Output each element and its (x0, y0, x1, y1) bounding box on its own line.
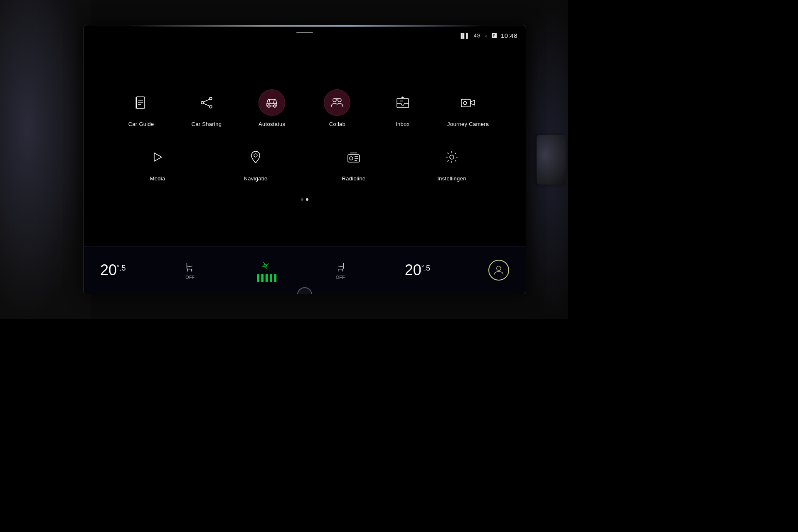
autostatus-label: Autostatus (259, 121, 285, 127)
svg-point-29 (497, 266, 501, 271)
svg-point-15 (336, 99, 338, 100)
signal-icon: ▐▌▌ (459, 33, 470, 39)
app-journey-camera[interactable]: Journey Camera (447, 89, 489, 127)
right-knob[interactable] (537, 135, 566, 185)
car-sharing-icon-circle (193, 89, 220, 116)
car-icon (264, 95, 279, 110)
profile-button[interactable] (488, 260, 509, 281)
car-background: ▐▌▌ 4G ⬦ 🅿 10:48 (0, 0, 568, 319)
page-dots (108, 198, 501, 201)
svg-rect-17 (397, 99, 409, 108)
navigatie-label: Navigatie (244, 175, 268, 182)
navigatie-icon-circle (242, 144, 269, 170)
svg-point-28 (264, 264, 266, 267)
app-inbox[interactable]: Inbox (382, 89, 424, 127)
fan-icon (258, 259, 272, 273)
instellingen-label: Instellingen (437, 175, 466, 182)
camera-icon (461, 95, 475, 110)
4g-icon: 4G (474, 33, 480, 39)
autostatus-icon-circle (259, 89, 285, 116)
infotainment-screen: ▐▌▌ 4G ⬦ 🅿 10:48 (83, 25, 526, 294)
share-icon (199, 95, 214, 110)
seat-right-icon (334, 261, 347, 273)
car-guide-icon-circle (128, 89, 155, 116)
fan-lines: ▐▐▐▐▐ (254, 274, 276, 282)
app-autostatus[interactable]: Autostatus (251, 89, 293, 127)
page-line (296, 32, 313, 33)
radio-icon (346, 150, 361, 165)
app-car-sharing[interactable]: Car Sharing (186, 89, 227, 127)
car-sharing-label: Car Sharing (192, 121, 222, 127)
svg-point-19 (463, 101, 467, 105)
colab-label: Co:lab (329, 121, 345, 127)
page-dot-2 (306, 198, 308, 201)
seat-right-label: OFF (336, 275, 345, 280)
temp-right[interactable]: 20°.5 (405, 261, 430, 279)
media-label: Media (150, 175, 165, 182)
seat-left[interactable]: OFF (184, 261, 196, 280)
status-bar: ▐▌▌ 4G ⬦ 🅿 10:48 (459, 32, 517, 39)
instellingen-icon-circle (438, 144, 465, 170)
svg-point-13 (333, 99, 336, 102)
app-instellingen[interactable]: Instellingen (431, 144, 473, 182)
svg-point-7 (201, 101, 204, 104)
page-indicator-top (296, 32, 313, 33)
inbox-icon-circle (389, 89, 416, 116)
app-car-guide[interactable]: Car Guide (121, 89, 162, 127)
car-interior-left (0, 0, 91, 319)
svg-rect-18 (461, 99, 470, 107)
svg-line-9 (204, 103, 209, 106)
svg-marker-20 (154, 153, 162, 161)
radioline-icon-circle (340, 144, 367, 170)
book-icon (134, 95, 149, 110)
svg-point-14 (338, 99, 341, 102)
svg-rect-0 (136, 97, 145, 108)
colab-icon-circle (324, 89, 350, 116)
screen-reflection (84, 25, 526, 27)
radioline-label: Radioline (342, 175, 366, 182)
svg-point-5 (209, 97, 212, 100)
app-media[interactable]: Media (137, 144, 178, 182)
location-icon (248, 150, 263, 165)
svg-line-8 (204, 99, 209, 102)
svg-point-6 (209, 106, 212, 108)
page-dot-1 (301, 198, 303, 201)
svg-point-23 (350, 157, 353, 160)
fan-control[interactable]: ▐▐▐▐▐ (254, 259, 276, 282)
media-icon-circle (144, 144, 171, 170)
app-colab[interactable]: Co:lab (316, 89, 358, 127)
app-row-1: Car Guide Car Sharing (108, 89, 501, 127)
journey-camera-icon-circle (455, 89, 481, 116)
settings-icon (444, 150, 459, 165)
play-icon (150, 150, 165, 165)
temp-left[interactable]: 20°.5 (100, 261, 126, 279)
seat-left-label: OFF (185, 275, 195, 280)
seat-right[interactable]: OFF (334, 261, 347, 280)
journey-camera-label: Journey Camera (447, 121, 489, 127)
inbox-icon (395, 95, 410, 110)
people-icon (330, 95, 345, 110)
app-row-2: Media Navigatie (108, 144, 501, 182)
app-radioline[interactable]: Radioline (333, 144, 374, 182)
inbox-label: Inbox (396, 121, 409, 127)
climate-bar: 20°.5 OFF (84, 246, 526, 294)
svg-point-21 (254, 154, 257, 157)
parking-icon: 🅿 (492, 33, 497, 39)
profile-icon (493, 264, 505, 276)
car-guide-label: Car Guide (128, 121, 154, 127)
main-grid: Car Guide Car Sharing (84, 46, 526, 244)
seat-left-icon (184, 261, 196, 273)
bluetooth-icon: ⬦ (485, 33, 488, 39)
climate-controls: 20°.5 OFF (92, 259, 517, 282)
clock: 10:48 (501, 32, 517, 39)
svg-point-27 (450, 155, 454, 159)
app-navigatie[interactable]: Navigatie (235, 144, 276, 182)
